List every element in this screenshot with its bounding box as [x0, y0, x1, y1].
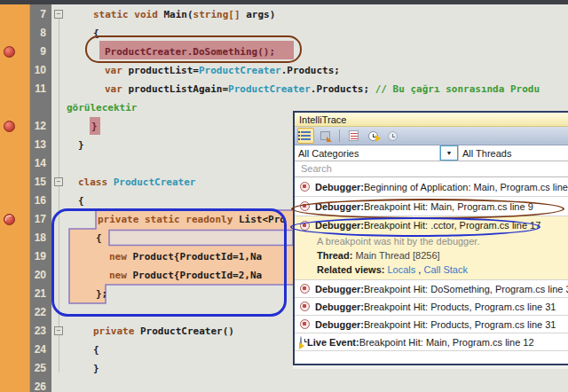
event-list: Debugger: Beginning of Application: Main…: [295, 177, 568, 364]
code-token: }: [91, 121, 98, 132]
code-token: Product{ProductId=1,Na: [133, 251, 263, 263]
intellitrace-event-row[interactable]: Debugger: Breakpoint Hit: .cctor, Progra…: [295, 216, 568, 234]
event-category-label: Debugger:: [315, 319, 364, 330]
thread-filter-dropdown[interactable]: All Threads: [458, 145, 568, 161]
code-token: ProductCreater: [199, 65, 281, 76]
event-description: Beginning of Application: Main, Program.…: [364, 182, 568, 192]
intellitrace-toolbar: [295, 127, 568, 145]
breakpoint-icon[interactable]: [4, 121, 15, 132]
intellitrace-event-row[interactable]: Debugger: Beginning of Application: Main…: [295, 177, 568, 197]
code-token: }: [78, 139, 84, 151]
code-token: private: [93, 325, 140, 337]
code-line-17: private static readonly List<Pro: [98, 210, 286, 229]
event-category-label: Debugger:: [315, 182, 364, 192]
code-line-7: static void Main(string[] args): [93, 5, 275, 24]
event-description: Breakpoint Hit: .cctor, Program.cs line …: [364, 220, 540, 231]
event-detail-message: A breakpoint was hit by the debugger.: [295, 234, 568, 248]
search-input[interactable]: Search: [295, 161, 568, 177]
code-token: .Products;: [311, 83, 375, 95]
code-line-16: {: [78, 192, 84, 210]
code-token: static void: [93, 9, 163, 20]
code-token: {: [93, 344, 99, 356]
related-view-link-locals[interactable]: Locals: [387, 264, 415, 275]
event-category-label: Debugger:: [315, 201, 364, 212]
code-line-18: {: [96, 229, 102, 247]
code-line-10: var productList=ProductCreater.Products;: [105, 61, 340, 80]
code-line-12: }: [91, 117, 98, 136]
debugger-record-icon: [300, 182, 310, 192]
events-view-icon[interactable]: [297, 128, 314, 144]
event-description: Breakpoint Hit: DoSomething, Program.cs …: [364, 284, 568, 294]
debugger-record-icon: [300, 221, 310, 231]
thread-value: Main Thread [8256]: [352, 250, 439, 261]
debugger-record-icon: [300, 319, 310, 329]
code-line-15: class ProductCreater: [78, 173, 195, 192]
debugger-record-icon: [300, 284, 310, 294]
code-token: var: [105, 65, 129, 76]
code-token: {: [96, 232, 102, 244]
code-token: new: [109, 251, 133, 263]
selected-event-expanded[interactable]: Debugger: Breakpoint Hit: .cctor, Progra…: [295, 216, 568, 280]
code-token: .Products;: [281, 65, 340, 76]
code-token: görülecektir: [67, 102, 137, 114]
code-token: ProductCreater: [114, 176, 196, 188]
clock-forward-icon[interactable]: [365, 128, 382, 144]
code-token: {: [78, 195, 84, 207]
event-category-label: Debugger:: [315, 284, 364, 294]
chevron-down-icon[interactable]: ▼: [440, 145, 458, 161]
intellitrace-event-row[interactable]: Debugger: Breakpoint Hit: DoSomething, P…: [295, 280, 568, 298]
code-token: List<Pro: [239, 214, 286, 225]
code-token: }: [93, 363, 99, 374]
event-description: Breakpoint Hit: Products, Program.cs lin…: [364, 302, 556, 312]
event-description: Breakpoint Hit: Main, Program.cs line 9: [364, 201, 533, 212]
code-line-25: }: [93, 359, 99, 378]
breakpoint-icon[interactable]: [4, 46, 15, 58]
code-token: string[]: [193, 9, 241, 20]
live-event-clock-icon: [300, 337, 302, 348]
code-token: ProductCreater: [228, 83, 311, 95]
code-token: Product{ProductId=2,Na: [133, 270, 263, 281]
event-description: Breakpoint Hit: Products, Program.cs lin…: [364, 319, 556, 330]
code-line-24: {: [93, 341, 99, 359]
code-token: // Bu çağrı sonrasında Produ: [375, 83, 540, 95]
code-token: ProductCreater.DoSomething();: [105, 46, 275, 58]
intellitrace-event-row[interactable]: Debugger: Breakpoint Hit: Products, Prog…: [295, 316, 568, 333]
settings-checklist-icon[interactable]: [345, 128, 362, 144]
event-category-label: Live Event:: [307, 337, 359, 348]
intellitrace-event-row[interactable]: Debugger: Breakpoint Hit: Main, Program.…: [295, 197, 568, 216]
code-token: };: [96, 288, 107, 300]
code-token: args): [241, 9, 276, 20]
code-token: new: [109, 270, 133, 281]
code-line-23: private ProductCreater(): [93, 322, 234, 341]
intellitrace-event-row[interactable]: Live Event: Breakpoint Hit: Main, Progra…: [295, 333, 568, 351]
calls-view-icon[interactable]: [317, 128, 334, 144]
code-line-13: }: [78, 136, 84, 154]
code-line-11: var productListAgain=ProductCreater.Prod…: [105, 80, 540, 98]
intellitrace-title: IntelliTrace: [295, 113, 568, 127]
code-line-20: new Product{ProductId=2,Na: [109, 266, 262, 285]
category-filter-dropdown[interactable]: All Categories: [295, 145, 440, 161]
related-view-link-call-stack[interactable]: Call Stack: [423, 264, 468, 275]
event-category-label: Debugger:: [315, 302, 364, 312]
thread-label: Thread:: [317, 250, 352, 261]
intellitrace-panel: IntelliTrace All Categories ▼ All Thread…: [293, 111, 568, 365]
code-token: productList=: [129, 65, 199, 76]
code-token: class: [78, 176, 114, 188]
code-line-8: {: [93, 24, 99, 43]
tracepoint-icon[interactable]: [4, 214, 15, 225]
code-token: ProductCreater(): [140, 325, 234, 337]
code-token: Main(: [163, 9, 193, 20]
toolbar-separator: [339, 129, 340, 142]
code-line-wrap: görülecektir: [67, 98, 137, 117]
code-token: productListAgain=: [129, 83, 229, 95]
code-token: var: [105, 83, 129, 95]
filter-row: All Categories ▼ All Threads: [295, 145, 568, 161]
code-line-9: ProductCreater.DoSomething();: [105, 43, 275, 61]
clock-refresh-icon[interactable]: [384, 128, 401, 144]
code-line-19: new Product{ProductId=1,Na: [109, 247, 262, 266]
event-description: Breakpoint Hit: Main, Program.cs line 12: [359, 337, 534, 348]
event-category-label: Debugger:: [315, 220, 364, 231]
vs-editor-screen: 7−89101112131415−1617181920212223−242526…: [0, 0, 568, 392]
intellitrace-event-row[interactable]: Debugger: Breakpoint Hit: Products, Prog…: [295, 298, 568, 316]
related-views-label: Related views:: [317, 264, 387, 275]
